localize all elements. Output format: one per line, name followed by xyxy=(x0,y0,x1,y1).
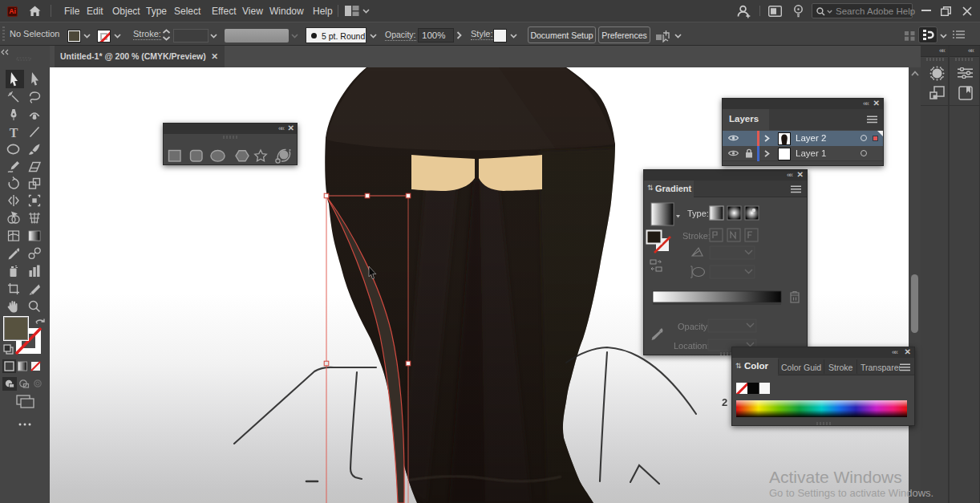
svg-text:Stroke:: Stroke: xyxy=(682,231,711,241)
svg-text:Type:: Type: xyxy=(687,209,709,218)
svg-text:2: 2 xyxy=(722,396,727,408)
svg-text:Opacity:: Opacity: xyxy=(678,322,710,331)
svg-text:T: T xyxy=(10,126,18,140)
svg-text:Location:: Location: xyxy=(674,341,710,351)
